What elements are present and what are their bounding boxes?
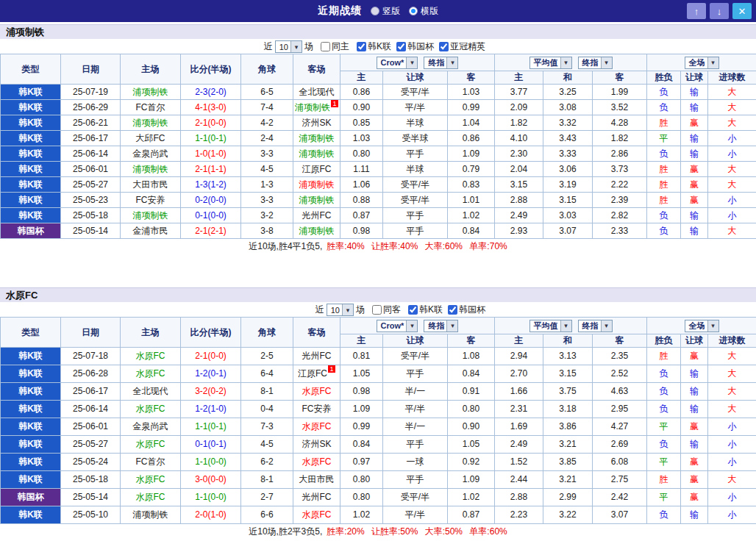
average-odds-select[interactable]: 平均值 [529, 320, 572, 332]
team-link[interactable]: 水原FC [136, 351, 165, 361]
same-venue-filter[interactable]: 同客 [367, 304, 401, 316]
team-link[interactable]: 江原FC [298, 368, 327, 379]
handicap-stage-select[interactable]: 终指 [424, 57, 458, 69]
close-button[interactable]: ✕ [732, 3, 752, 19]
team-link[interactable]: 浦项制铁 [133, 164, 168, 174]
team-link[interactable]: 浦项制铁 [299, 226, 335, 236]
team-link[interactable]: 金泉尚武 [133, 148, 168, 159]
match-scope-select[interactable]: 全场 [685, 320, 719, 332]
team-link[interactable]: 浦项制铁 [133, 87, 168, 97]
away-team-cell: 光州FC [293, 208, 340, 223]
match-row: 韩K联25-06-17全北现代3-2(0-2)8-1水原FC0.98半/一0.9… [1, 383, 756, 401]
bookmaker-select[interactable]: Crow* [377, 57, 418, 69]
handicap-line-cell: 受平/半 [383, 489, 448, 506]
handicap-odds-group: Crow* 终指 [340, 54, 495, 71]
team-link[interactable]: 水原FC [136, 404, 165, 414]
league-checkbox[interactable] [408, 305, 418, 315]
same-venue-filter[interactable]: 同主 [315, 40, 349, 53]
home-team-cell: 水原FC [121, 436, 181, 454]
match-count-value: 10 [279, 43, 288, 51]
away-team-cell: 大田市民 [293, 471, 340, 489]
away-team-cell: 水原FC [293, 506, 340, 524]
league-filter[interactable]: 亚冠精英 [434, 40, 485, 53]
avg-draw-odds-cell: 3.18 [543, 401, 593, 418]
team-link[interactable]: 全北现代 [133, 386, 168, 396]
team-link[interactable]: 水原FC [302, 421, 332, 431]
team-link[interactable]: 光州FC [302, 492, 332, 502]
team-link[interactable]: FC安养 [302, 404, 332, 414]
team-link[interactable]: 大田市民 [133, 179, 168, 190]
team-link[interactable]: 水原FC [136, 474, 165, 484]
team-link[interactable]: 浦项制铁 [133, 118, 168, 128]
home-team-cell: 浦项制铁 [121, 208, 181, 223]
handicap-result-cell: 赢 [681, 162, 708, 177]
team-link[interactable]: 光州FC [302, 351, 332, 361]
team-link[interactable]: 浦项制铁 [299, 195, 335, 205]
team-link[interactable]: 大邱FC [136, 133, 165, 143]
move-up-button[interactable]: ↑ [687, 3, 706, 19]
goals-result-cell: 小 [708, 489, 756, 506]
team-link[interactable]: 浦项制铁 [299, 148, 335, 159]
handicap-stage-select[interactable]: 终指 [424, 320, 458, 332]
league-checkbox[interactable] [357, 42, 366, 51]
team-link[interactable]: 水原FC [136, 368, 165, 379]
team-link[interactable]: 大田市民 [299, 474, 335, 484]
avg-away-odds-cell: 2.52 [593, 365, 647, 383]
team-link[interactable]: 金泉尚武 [133, 421, 168, 431]
handicap-line-cell: 平/半 [383, 506, 448, 524]
match-count-select[interactable]: 10 [275, 40, 302, 53]
team-link[interactable]: 水原FC [302, 509, 332, 520]
average-stage-select[interactable]: 终指 [578, 57, 613, 69]
team-link[interactable]: FC安养 [136, 195, 165, 205]
league-filter[interactable]: 韩国杯 [391, 40, 434, 53]
team-link[interactable]: 济州SK [302, 118, 331, 128]
team-link[interactable]: FC首尔 [136, 456, 165, 467]
match-count-select[interactable]: 10 [327, 304, 354, 316]
home-team-cell: 大田市民 [121, 177, 181, 193]
handicap-home-odds-cell: 0.80 [340, 146, 383, 162]
team-link[interactable]: 浦项制铁 [133, 509, 168, 520]
match-scope-select[interactable]: 全场 [685, 57, 719, 69]
league-checkbox[interactable] [439, 42, 449, 51]
team-link[interactable]: 金浦市民 [133, 226, 168, 236]
league-checkbox[interactable] [448, 305, 457, 315]
date-cell: 25-05-23 [61, 193, 121, 208]
record-summary: 近10场,胜2平3负5, [249, 526, 322, 538]
radio-vertical-layout[interactable]: 竖版 [371, 5, 400, 18]
handicap-away-odds-cell: 1.03 [448, 85, 495, 100]
same-venue-checkbox[interactable] [372, 305, 382, 315]
team-link[interactable]: 水原FC [302, 456, 332, 467]
team-link[interactable]: 浦项制铁 [299, 133, 335, 143]
handicap-result-cell: 赢 [681, 115, 708, 131]
average-stage-select[interactable]: 终指 [578, 320, 613, 332]
team-link[interactable]: 江原FC [302, 164, 332, 174]
team-link[interactable]: 水原FC [136, 439, 165, 449]
league-filter[interactable]: 韩K联 [352, 40, 391, 53]
near-label: 近 [315, 304, 324, 316]
team-link[interactable]: 浦项制铁 [133, 210, 168, 221]
same-venue-checkbox[interactable] [321, 42, 330, 51]
away-team-section: 水原FC 近 10 场 同客 韩K联韩国杯 类型 日期 主场 比分(半场) 角球… [0, 287, 756, 539]
subheader-avg-draw: 和 [543, 71, 593, 85]
average-odds-select[interactable]: 平均值 [529, 57, 572, 69]
avg-away-odds-cell: 4.28 [593, 115, 647, 131]
league-filter[interactable]: 韩国杯 [443, 304, 485, 316]
bookmaker-select[interactable]: Crow* [377, 320, 418, 332]
team-link[interactable]: 水原FC [302, 386, 332, 396]
home-team-cell: 水原FC [121, 471, 181, 489]
team-link[interactable]: 济州SK [302, 439, 331, 449]
league-checkbox[interactable] [396, 42, 406, 51]
team-link[interactable]: 光州FC [302, 210, 332, 221]
team-link[interactable]: 全北现代 [299, 87, 335, 97]
team-link[interactable]: FC首尔 [136, 102, 165, 112]
date-cell: 25-05-27 [61, 436, 121, 454]
team-link[interactable]: 浦项制铁 [295, 102, 330, 112]
column-header-type: 类型 [1, 54, 61, 85]
move-down-button[interactable]: ↓ [710, 3, 729, 19]
results-table: 类型 日期 主场 比分(半场) 角球 客场 Crow* 终指 平均值 终指 [0, 317, 756, 524]
league-filter[interactable]: 韩K联 [403, 304, 443, 316]
team-link[interactable]: 浦项制铁 [299, 179, 335, 190]
date-cell: 25-06-14 [61, 401, 121, 418]
team-link[interactable]: 水原FC [136, 492, 165, 502]
radio-horizontal-layout[interactable]: 横版 [409, 5, 438, 18]
